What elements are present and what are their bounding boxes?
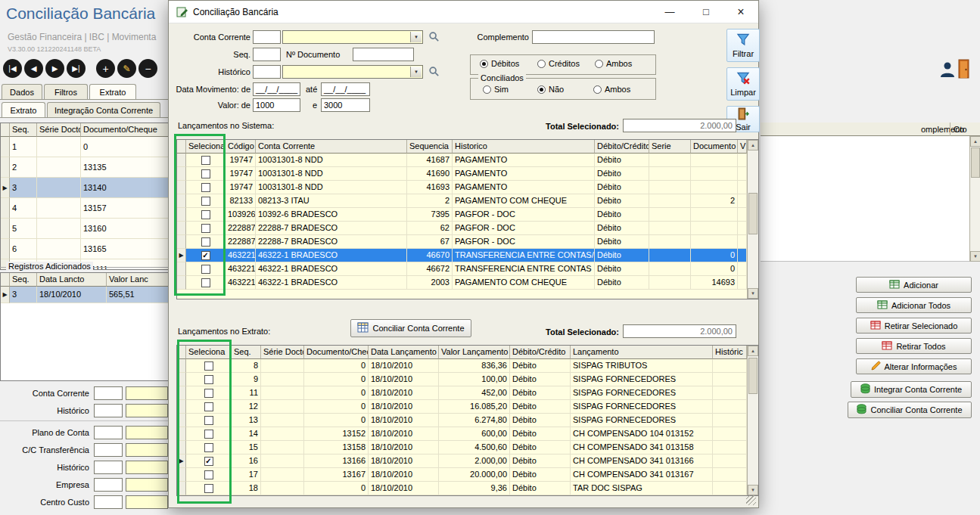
historico-combo[interactable] [282, 65, 423, 79]
resize-grip[interactable] [746, 495, 756, 505]
centro-custo-desc-input[interactable] [126, 495, 168, 509]
table-row[interactable]: 463221 46322-1 BRADESCO 2003 PAGAMENTO C… [177, 276, 747, 290]
alterar-informacoes-button[interactable]: Alterar Informações [856, 358, 972, 374]
adicionar-button[interactable]: Adicionar [856, 277, 972, 293]
close-button[interactable]: × [724, 1, 758, 23]
retirar-selecionado-button[interactable]: Retirar Selecionado [856, 318, 972, 334]
table-row[interactable]: 19747 10031301-8 NDD 41687 PAGAMENTO Déb… [177, 154, 747, 167]
empresa-desc-input[interactable] [126, 478, 168, 492]
row-checkbox[interactable] [204, 389, 213, 398]
row-checkbox[interactable] [201, 156, 210, 165]
scroll-up-button[interactable] [970, 136, 980, 147]
row-checkbox[interactable] [204, 457, 213, 466]
table-row[interactable]: 222887 22288-7 BRADESCO 67 PAGFOR - DOC … [177, 235, 747, 249]
row-checkbox[interactable] [204, 361, 213, 371]
scroll-up-button[interactable] [748, 346, 758, 356]
radio-debitos[interactable]: Débitos [480, 59, 519, 68]
row-checkbox[interactable] [201, 224, 210, 233]
table-row[interactable]: 17 13167 18/10/2010 20.000,00 Débito CH … [177, 468, 747, 482]
table-row[interactable]: 18 0 18/10/2010 9,36 Débito TAR DOC SISP… [177, 482, 747, 495]
row-checkbox[interactable] [201, 251, 210, 260]
subtab-extrato[interactable]: Extrato [2, 102, 45, 117]
row-checkbox[interactable] [201, 237, 210, 247]
radio-conciliados-sim[interactable]: Sim [483, 85, 509, 94]
radio-creditos[interactable]: Créditos [537, 59, 580, 68]
row-checkbox[interactable] [204, 416, 213, 425]
maximize-button[interactable]: □ [689, 1, 723, 23]
table-row[interactable]: 222887 22288-7 BRADESCO 62 PAGFOR - DOC … [177, 222, 747, 235]
historico2-desc-input[interactable] [126, 461, 168, 474]
row-checkbox[interactable] [201, 265, 210, 274]
row-checkbox[interactable] [204, 470, 213, 479]
empresa-code-input[interactable] [94, 478, 123, 492]
num-documento-input[interactable] [353, 48, 414, 61]
table-row[interactable]: ▶ 463221 46322-1 BRADESCO 46670 TRANSFER… [177, 249, 747, 262]
conta-corrente-code-input[interactable] [94, 386, 123, 400]
table-row[interactable]: 8 0 18/10/2010 836,36 Débito SISPAG TRIB… [177, 359, 747, 373]
table-row[interactable]: ▶ 16 13166 18/10/2010 2.000,00 Débito CH… [177, 455, 747, 468]
table-row[interactable]: 14 13152 18/10/2010 600,00 Débito CH COM… [177, 427, 747, 441]
row-checkbox[interactable] [201, 169, 210, 178]
historico-code-input[interactable] [94, 404, 123, 417]
table-row[interactable]: 12 0 18/10/2010 16.085,20 Débito SISPAG … [177, 400, 747, 414]
scrollbar-thumb[interactable] [748, 193, 758, 234]
nav-prev-button[interactable]: ◀ [24, 59, 43, 78]
cc-transferencia-code-input[interactable] [94, 443, 123, 457]
retirar-todos-button[interactable]: Retirar Todos [856, 338, 972, 354]
valor-ate-input[interactable]: 3000 [321, 98, 370, 112]
scroll-down-button[interactable] [970, 251, 980, 262]
table-row[interactable]: 13 0 18/10/2010 6.274,80 Débito SISPAG F… [177, 414, 747, 427]
minimize-button[interactable]: — [653, 1, 686, 23]
scroll-down-button[interactable] [748, 485, 758, 495]
table-row[interactable]: 4 13157 [1, 198, 169, 219]
cc-transferencia-desc-input[interactable] [126, 443, 168, 457]
conta-corrente-code-input[interactable] [253, 30, 281, 44]
table-row[interactable]: 15 13158 18/10/2010 4.500,60 Débito CH C… [177, 441, 747, 455]
scroll-down-button[interactable] [748, 288, 758, 299]
tab-filtros[interactable]: Filtros [44, 84, 88, 99]
conta-corrente-combo[interactable] [282, 30, 423, 44]
table-row[interactable]: 19747 10031301-8 NDD 41693 PAGAMENTO Déb… [177, 181, 747, 194]
historico-desc-input[interactable] [126, 404, 168, 417]
data-movimento-de-input[interactable]: __/__/____ [253, 82, 300, 96]
dialog-titlebar[interactable]: Conciliação Bancária — □ × [169, 1, 758, 23]
vertical-scrollbar[interactable] [747, 140, 758, 299]
seq-input[interactable] [253, 48, 281, 61]
plano-de-conta-desc-input[interactable] [126, 426, 168, 439]
radio-ambos[interactable]: Ambos [595, 59, 632, 68]
historico-code-input[interactable] [253, 65, 281, 79]
row-checkbox[interactable] [201, 210, 210, 219]
limpar-button[interactable]: Limpar [726, 67, 760, 101]
conta-corrente-search-button[interactable] [427, 31, 440, 44]
row-checkbox[interactable] [204, 402, 213, 411]
filtrar-button[interactable]: Filtrar [726, 29, 760, 62]
scrollbar-thumb[interactable] [748, 358, 758, 394]
row-checkbox[interactable] [204, 443, 213, 452]
edit-record-button[interactable]: ✎ [117, 59, 136, 78]
tab-extrato[interactable]: Extrato [89, 84, 136, 99]
row-checkbox[interactable] [201, 278, 210, 287]
radio-conciliados-nao[interactable]: Não [537, 85, 564, 94]
centro-custo-code-input[interactable] [94, 495, 123, 509]
table-row[interactable]: 11 0 18/10/2010 452,00 Débito SISPAG FOR… [177, 386, 747, 400]
table-row[interactable]: 103926 10392-6 BRADESCO 7395 PAGFOR - DO… [177, 208, 747, 222]
adicionar-todos-button[interactable]: Adicionar Todos [856, 297, 972, 313]
table-row[interactable]: 19747 10031301-8 NDD 41690 PAGAMENTO Déb… [177, 167, 747, 181]
row-checkbox[interactable] [201, 183, 210, 192]
table-row[interactable]: 6 13165 [1, 239, 169, 259]
plano-de-conta-code-input[interactable] [94, 426, 123, 439]
row-checkbox[interactable] [204, 430, 213, 439]
historico2-code-input[interactable] [94, 461, 123, 474]
subtab-integracao-conta-corrente[interactable]: Integração Conta Corrente [47, 102, 160, 117]
row-checkbox[interactable] [204, 375, 213, 384]
row-checkbox[interactable] [204, 484, 213, 493]
vertical-scrollbar[interactable] [969, 136, 980, 262]
conciliar-conta-corrente-button[interactable]: Conciliar Conta Corrente [848, 402, 972, 418]
row-checkbox[interactable] [201, 197, 210, 206]
chevron-down-icon[interactable] [410, 67, 422, 77]
integrar-conta-corrente-button[interactable]: Integrar Conta Corrente [851, 381, 972, 398]
data-movimento-ate-input[interactable]: __/__/____ [321, 82, 370, 96]
nav-next-button[interactable]: ▶ [45, 59, 64, 78]
table-row[interactable]: 9 0 18/10/2010 100,00 Débito SISPAG FORN… [177, 373, 747, 386]
nav-first-button[interactable]: |◀ [3, 59, 22, 78]
